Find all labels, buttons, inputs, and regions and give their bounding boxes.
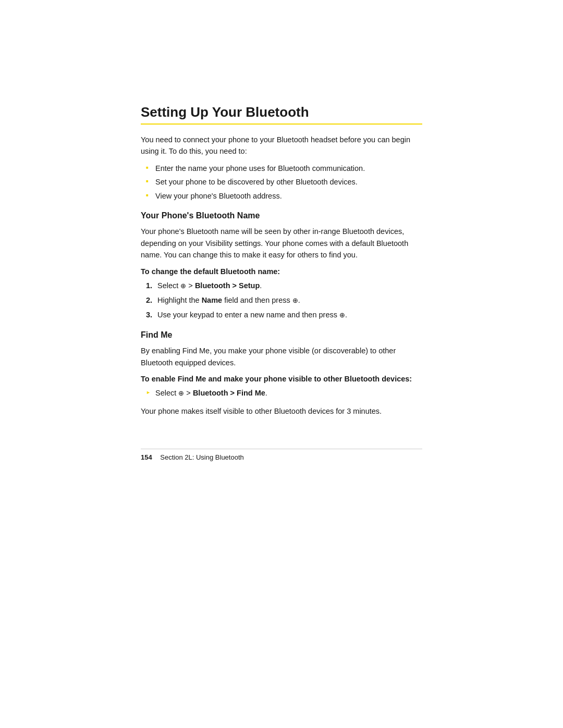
section2-heading: Find Me	[141, 330, 422, 340]
gear-icon: ⊕	[292, 295, 298, 306]
step-number: 1.	[146, 280, 152, 292]
list-item: Enter the name your phone uses for Bluet…	[146, 163, 422, 174]
intro-bullet-list: Enter the name your phone uses for Bluet…	[146, 163, 422, 202]
section1-description: Your phone's Bluetooth name will be seen…	[141, 226, 422, 261]
footer: 154 Section 2L: Using Bluetooth	[141, 453, 422, 461]
step-number: 3.	[146, 309, 152, 321]
footer-section-label: Section 2L: Using Bluetooth	[160, 453, 243, 461]
section1-heading: Your Phone's Bluetooth Name	[141, 211, 422, 220]
list-item: Select ⊕ > Bluetooth > Find Me.	[146, 387, 422, 399]
step-number: 2.	[146, 294, 152, 306]
section2-follow-up: Your phone makes itself visible to other…	[141, 405, 422, 417]
footer-divider	[141, 449, 422, 449]
gear-icon: ⊕	[339, 310, 345, 321]
find-me-arrow-list: Select ⊕ > Bluetooth > Find Me.	[146, 387, 422, 399]
section1-instruction-label: To change the default Bluetooth name:	[141, 267, 422, 276]
gear-icon: ⊕	[180, 281, 186, 292]
step-text: Use your keypad to enter a new name and …	[157, 311, 347, 319]
section2-description: By enabling Find Me, you make your phone…	[141, 345, 422, 368]
page-title: Setting Up Your Bluetooth	[141, 104, 422, 120]
section1-steps: 1. Select ⊕ > Bluetooth > Setup. 2. High…	[146, 280, 422, 322]
step-text: Highlight the Name field and then press …	[157, 296, 300, 304]
title-divider	[141, 124, 422, 125]
arrow-item-text: Select ⊕ > Bluetooth > Find Me.	[155, 389, 267, 397]
list-item: View your phone's Bluetooth address.	[146, 190, 422, 202]
list-item: Set your phone to be discovered by other…	[146, 176, 422, 188]
page-container: Setting Up Your Bluetooth You need to co…	[0, 0, 563, 728]
step-text: Select ⊕ > Bluetooth > Setup.	[157, 281, 262, 290]
list-item: 3. Use your keypad to enter a new name a…	[146, 309, 422, 321]
intro-text: You need to connect your phone to your B…	[141, 134, 422, 157]
list-item: 1. Select ⊕ > Bluetooth > Setup.	[146, 280, 422, 292]
list-item: 2. Highlight the Name field and then pre…	[146, 294, 422, 306]
gear-icon: ⊕	[178, 388, 184, 399]
section2-instruction-label: To enable Find Me and make your phone vi…	[141, 375, 422, 383]
page-number: 154	[141, 453, 152, 461]
